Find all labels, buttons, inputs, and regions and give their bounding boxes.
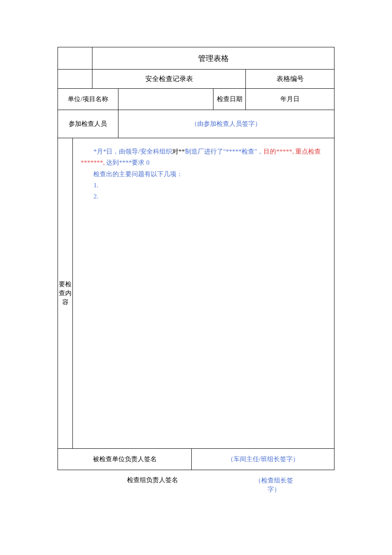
form-subtitle: 安全检查记录表 [92, 70, 246, 89]
inspectors-label: 参加检查人员 [58, 110, 118, 138]
inspectors-value[interactable]: （由参加检查人员签字） [118, 110, 334, 138]
blank-cell [58, 47, 92, 70]
content-line-issues: 检查出的主要问题有以下几项： [81, 169, 326, 180]
group-leader-sign-label: 检查组负责人签名 [58, 476, 213, 494]
content-side-label-text: 要检查内容 [58, 280, 72, 307]
content-line-item1: 1. [81, 180, 326, 191]
content-side-label: 要检查内容 [58, 138, 73, 449]
form-number-label: 表格编号 [246, 70, 334, 89]
inspected-unit-sign-value[interactable]: （车间主任/班组长签字） [192, 449, 334, 470]
unit-project-label: 单位/项目名称 [58, 89, 118, 110]
bottom-row: 检查组负责人签名 （检查组长签字） [58, 476, 334, 494]
form-title: 管理表格 [92, 47, 334, 70]
group-leader-sign-value[interactable]: （检查组长签字） [213, 476, 334, 494]
group-leader-sign-text: （检查组长签字） [251, 476, 297, 494]
unit-project-value[interactable] [118, 89, 213, 110]
content-body[interactable]: *月*日，由领导/安全科组织对**制造厂进行了"*****检查"，目的*****… [73, 138, 334, 449]
inspected-unit-sign-label: 被检查单位负责人签名 [58, 449, 192, 470]
form-table: 管理表格 安全检查记录表 表格编号 单位/项目名称 检查日期 年月日 参加检查人… [58, 47, 334, 470]
blank-cell [58, 70, 92, 89]
check-date-value[interactable]: 年月日 [246, 89, 334, 110]
check-date-label: 检查日期 [213, 89, 246, 110]
content-line-item2: 2. [81, 191, 326, 202]
